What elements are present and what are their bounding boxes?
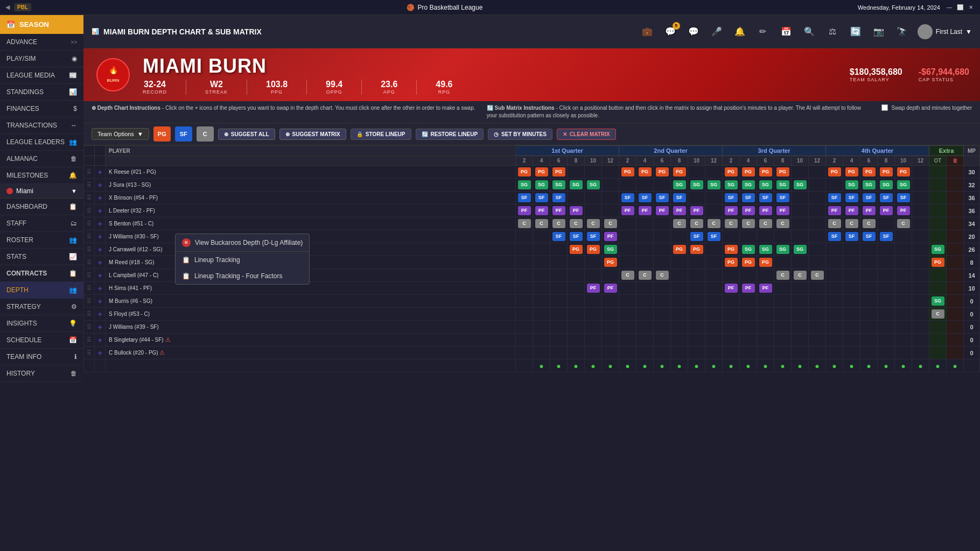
matrix-cell[interactable]	[568, 308, 585, 321]
position-badge[interactable]: SG	[794, 180, 807, 189]
add-player-button[interactable]: +	[95, 204, 106, 217]
matrix-cell[interactable]	[533, 243, 550, 256]
position-badge[interactable]: PG	[742, 167, 755, 176]
matrix-cell[interactable]	[516, 256, 533, 269]
matrix-cell[interactable]: PF	[740, 204, 757, 217]
position-badge[interactable]: PF	[742, 206, 755, 215]
matrix-cell[interactable]	[792, 308, 809, 321]
slot-add-button[interactable]: ●	[705, 359, 723, 372]
matrix-cell[interactable]: SF	[636, 192, 654, 204]
position-badge[interactable]: PF	[690, 206, 703, 215]
matrix-cell[interactable]: SG	[757, 179, 774, 192]
position-badge[interactable]: PG	[518, 167, 531, 176]
matrix-cell[interactable]	[602, 166, 619, 179]
extra-cell[interactable]	[929, 282, 947, 295]
matrix-cell[interactable]	[636, 334, 654, 347]
matrix-cell[interactable]: SF	[843, 230, 860, 243]
matrix-cell[interactable]	[533, 230, 550, 243]
matrix-cell[interactable]	[550, 334, 568, 347]
matrix-cell[interactable]: SF	[568, 230, 585, 243]
matrix-cell[interactable]: SG	[585, 179, 602, 192]
matrix-cell[interactable]	[705, 204, 723, 217]
position-badge[interactable]: SG	[570, 180, 583, 189]
matrix-cell[interactable]: SF	[843, 192, 860, 204]
position-badge[interactable]: PF	[535, 206, 548, 215]
matrix-cell[interactable]	[654, 243, 671, 256]
matrix-cell[interactable]: PF	[757, 204, 774, 217]
matrix-cell[interactable]	[671, 295, 688, 308]
dropdown-item-lineup[interactable]: 📋 Lineup Tracking	[176, 252, 309, 268]
matrix-cell[interactable]: SG	[860, 179, 878, 192]
add-player-button[interactable]: +	[95, 256, 106, 269]
row-handle[interactable]: ⠿	[84, 282, 95, 295]
matrix-cell[interactable]	[826, 321, 843, 334]
position-badge[interactable]: PF	[570, 206, 583, 215]
matrix-cell[interactable]: C	[550, 217, 568, 230]
matrix-cell[interactable]: SG	[843, 179, 860, 192]
matrix-cell[interactable]	[585, 256, 602, 269]
position-badge[interactable]: SF	[828, 232, 841, 241]
mic-icon[interactable]: 🎤	[709, 24, 724, 39]
matrix-cell[interactable]	[878, 295, 895, 308]
matrix-cell[interactable]	[688, 256, 705, 269]
position-badge[interactable]: C	[776, 271, 789, 280]
matrix-cell[interactable]	[516, 321, 533, 334]
matrix-cell[interactable]: C	[723, 217, 740, 230]
matrix-cell[interactable]: SG	[705, 179, 723, 192]
extra-cell[interactable]	[929, 192, 947, 204]
matrix-cell[interactable]	[740, 347, 757, 359]
matrix-cell[interactable]	[774, 347, 792, 359]
matrix-cell[interactable]	[619, 230, 636, 243]
matrix-cell[interactable]	[912, 204, 929, 217]
matrix-cell[interactable]	[516, 347, 533, 359]
matrix-cell[interactable]	[878, 217, 895, 230]
matrix-cell[interactable]: PG	[636, 166, 654, 179]
matrix-cell[interactable]	[705, 321, 723, 334]
position-badge[interactable]: PG	[656, 167, 669, 176]
row-handle[interactable]: ⠿	[84, 243, 95, 256]
matrix-cell[interactable]	[688, 347, 705, 359]
matrix-cell[interactable]: C	[843, 217, 860, 230]
matrix-cell[interactable]	[705, 347, 723, 359]
green-dot-icon[interactable]: ●	[763, 362, 767, 370]
matrix-cell[interactable]: C	[774, 269, 792, 282]
matrix-cell[interactable]: PF	[723, 204, 740, 217]
position-badge[interactable]: C	[621, 271, 634, 280]
position-badge[interactable]: C	[828, 219, 841, 228]
matrix-cell[interactable]	[774, 295, 792, 308]
matrix-cell[interactable]	[792, 230, 809, 243]
position-badge[interactable]: C	[639, 271, 652, 280]
row-handle[interactable]: ⠿	[84, 347, 95, 359]
matrix-cell[interactable]	[585, 204, 602, 217]
matrix-cell[interactable]: PG	[878, 166, 895, 179]
matrix-cell[interactable]	[895, 321, 912, 334]
matrix-cell[interactable]	[516, 243, 533, 256]
matrix-cell[interactable]	[636, 243, 654, 256]
matrix-cell[interactable]	[860, 334, 878, 347]
matrix-cell[interactable]	[843, 334, 860, 347]
position-badge[interactable]: SG	[725, 180, 738, 189]
matrix-cell[interactable]: PG	[671, 243, 688, 256]
extra-cell[interactable]	[947, 166, 964, 179]
matrix-cell[interactable]	[533, 295, 550, 308]
matrix-cell[interactable]: PF	[860, 204, 878, 217]
matrix-cell[interactable]: SF	[860, 192, 878, 204]
matrix-cell[interactable]	[636, 295, 654, 308]
matrix-cell[interactable]	[757, 230, 774, 243]
matrix-cell[interactable]	[895, 269, 912, 282]
swap-checkbox-area[interactable]: Swap depth and minutes together	[881, 104, 972, 111]
position-badge[interactable]: SF	[552, 232, 565, 241]
position-badge[interactable]: C	[535, 219, 548, 228]
matrix-cell[interactable]	[671, 308, 688, 321]
position-badge[interactable]: PG	[880, 167, 893, 176]
slot-add-button[interactable]: ●	[878, 359, 895, 372]
extra-cell[interactable]	[929, 204, 947, 217]
matrix-cell[interactable]	[688, 166, 705, 179]
matrix-cell[interactable]: PG	[723, 166, 740, 179]
position-badge[interactable]: C	[776, 219, 789, 228]
matrix-cell[interactable]: SF	[516, 192, 533, 204]
position-badge[interactable]: PF	[897, 206, 910, 215]
sidebar-item-playsim[interactable]: PLAY/SIM ◉	[0, 51, 83, 67]
matrix-cell[interactable]	[654, 347, 671, 359]
green-dot-icon[interactable]: ●	[918, 362, 922, 370]
